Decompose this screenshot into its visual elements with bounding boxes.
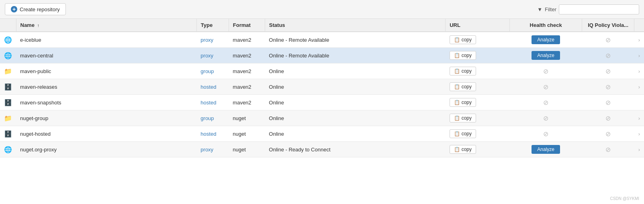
type-link[interactable]: hosted (200, 84, 216, 90)
url-cell[interactable]: 📋 copy (446, 110, 510, 126)
table-row[interactable]: 🗄️ maven-snapshots hosted maven2 Online … (0, 95, 644, 110)
url-cell[interactable]: 📋 copy (446, 32, 510, 48)
copy-button[interactable]: 📋 copy (450, 129, 476, 138)
no-entry-icon: ⊘ (543, 84, 548, 90)
arrow-cell[interactable]: › (634, 63, 644, 79)
name-cell: nuget-hosted (16, 126, 196, 142)
copy-icon: 📋 (454, 68, 460, 74)
status-cell: Online (265, 126, 445, 142)
col-header-name[interactable]: Name ↑ (16, 19, 196, 32)
iq-no-entry-icon: ⊘ (605, 146, 611, 153)
type-cell[interactable]: group (196, 63, 229, 79)
table-row[interactable]: 📁 nuget-group group nuget Online 📋 copy … (0, 110, 644, 126)
type-cell[interactable]: hosted (196, 79, 229, 95)
type-cell[interactable]: group (196, 110, 229, 126)
table-row[interactable]: 🌐 nuget.org-proxy proxy nuget Online - R… (0, 142, 644, 157)
type-cell[interactable]: proxy (196, 48, 229, 63)
copy-button[interactable]: 📋 copy (450, 82, 476, 91)
arrow-cell[interactable]: › (634, 32, 644, 48)
col-header-format: Format (229, 19, 265, 32)
url-cell[interactable]: 📋 copy (446, 142, 510, 157)
table-row[interactable]: 🌐 maven-central proxy maven2 Online - Re… (0, 48, 644, 63)
row-arrow-icon[interactable]: › (638, 84, 640, 90)
iq-cell: ⊘ (582, 79, 634, 95)
type-link[interactable]: proxy (200, 53, 213, 59)
row-arrow-icon[interactable]: › (638, 68, 640, 74)
icon-cell: 🗄️ (0, 126, 16, 142)
row-arrow-icon[interactable]: › (638, 53, 640, 59)
row-arrow-icon[interactable]: › (638, 37, 640, 43)
status-cell: Online (265, 63, 445, 79)
iq-cell: ⊘ (582, 126, 634, 142)
repository-table: Name ↑ Type Format Status URL Health che… (0, 19, 644, 157)
health-cell[interactable]: Analyze (510, 32, 582, 48)
copy-button[interactable]: 📋 copy (450, 114, 476, 122)
health-cell[interactable]: Analyze (510, 48, 582, 63)
col-header-iq: IQ Policy Viola... (582, 19, 634, 32)
col-header-type: Type (196, 19, 229, 32)
hosted-icon: 🗄️ (4, 130, 12, 138)
type-cell[interactable]: proxy (196, 32, 229, 48)
iq-no-entry-icon: ⊘ (605, 99, 611, 106)
icon-cell: 📁 (0, 63, 16, 79)
arrow-cell[interactable]: › (634, 79, 644, 95)
copy-button[interactable]: 📋 copy (450, 51, 476, 60)
copy-button[interactable]: 📋 copy (450, 145, 476, 154)
table-row[interactable]: 📁 maven-public group maven2 Online 📋 cop… (0, 63, 644, 79)
repo-name: maven-snapshots (20, 100, 61, 106)
arrow-cell[interactable]: › (634, 110, 644, 126)
row-arrow-icon[interactable]: › (638, 131, 640, 137)
table-row[interactable]: 🌐 e-iceblue proxy maven2 Online - Remote… (0, 32, 644, 48)
arrow-cell[interactable]: › (634, 48, 644, 63)
type-cell[interactable]: hosted (196, 126, 229, 142)
icon-cell: 🌐 (0, 32, 16, 48)
type-cell[interactable]: hosted (196, 95, 229, 110)
repo-name: e-iceblue (20, 37, 41, 43)
copy-icon: 📋 (454, 131, 460, 137)
copy-button[interactable]: 📋 copy (450, 98, 476, 107)
type-link[interactable]: proxy (200, 37, 213, 43)
copy-button[interactable]: 📋 copy (450, 35, 476, 44)
analyze-button[interactable]: Analyze (532, 35, 560, 44)
filter-input[interactable] (559, 4, 639, 14)
type-link[interactable]: hosted (200, 100, 216, 106)
table-row[interactable]: 🗄️ maven-releases hosted maven2 Online 📋… (0, 79, 644, 95)
url-cell[interactable]: 📋 copy (446, 95, 510, 110)
toolbar: + Create repository ▼ Filter (0, 0, 644, 19)
url-cell[interactable]: 📋 copy (446, 63, 510, 79)
iq-no-entry-icon: ⊘ (605, 37, 611, 43)
url-cell[interactable]: 📋 copy (446, 126, 510, 142)
copy-icon: 📋 (454, 147, 460, 152)
iq-cell: ⊘ (582, 48, 634, 63)
type-link[interactable]: group (200, 68, 214, 74)
iq-cell: ⊘ (582, 63, 634, 79)
arrow-cell (634, 95, 644, 110)
icon-cell: 🌐 (0, 48, 16, 63)
row-arrow-icon[interactable]: › (638, 115, 640, 121)
type-cell[interactable]: proxy (196, 142, 229, 157)
table-row[interactable]: 🗄️ nuget-hosted hosted nuget Online 📋 co… (0, 126, 644, 142)
copy-label: copy (462, 131, 472, 137)
type-link[interactable]: proxy (200, 147, 213, 153)
health-cell[interactable]: Analyze (510, 142, 582, 157)
analyze-button[interactable]: Analyze (532, 51, 560, 60)
repo-name: maven-releases (20, 84, 57, 90)
arrow-cell[interactable]: › (634, 126, 644, 142)
url-cell[interactable]: 📋 copy (446, 79, 510, 95)
health-cell: ⊘ (510, 63, 582, 79)
col-header-health: Health check (510, 19, 582, 32)
type-link[interactable]: hosted (200, 131, 216, 137)
row-arrow-icon[interactable]: › (638, 147, 640, 153)
create-repository-label: Create repository (20, 6, 60, 12)
analyze-button[interactable]: Analyze (532, 145, 560, 154)
create-repository-button[interactable]: + Create repository (5, 3, 66, 15)
url-cell[interactable]: 📋 copy (446, 48, 510, 63)
format-cell: maven2 (229, 79, 265, 95)
status-cell: Online - Ready to Connect (265, 142, 445, 157)
name-cell: maven-releases (16, 79, 196, 95)
arrow-cell[interactable]: › (634, 142, 644, 157)
copy-button[interactable]: 📋 copy (450, 67, 476, 75)
no-entry-icon: ⊘ (543, 115, 548, 122)
type-link[interactable]: group (200, 115, 214, 121)
copy-label: copy (462, 147, 472, 152)
